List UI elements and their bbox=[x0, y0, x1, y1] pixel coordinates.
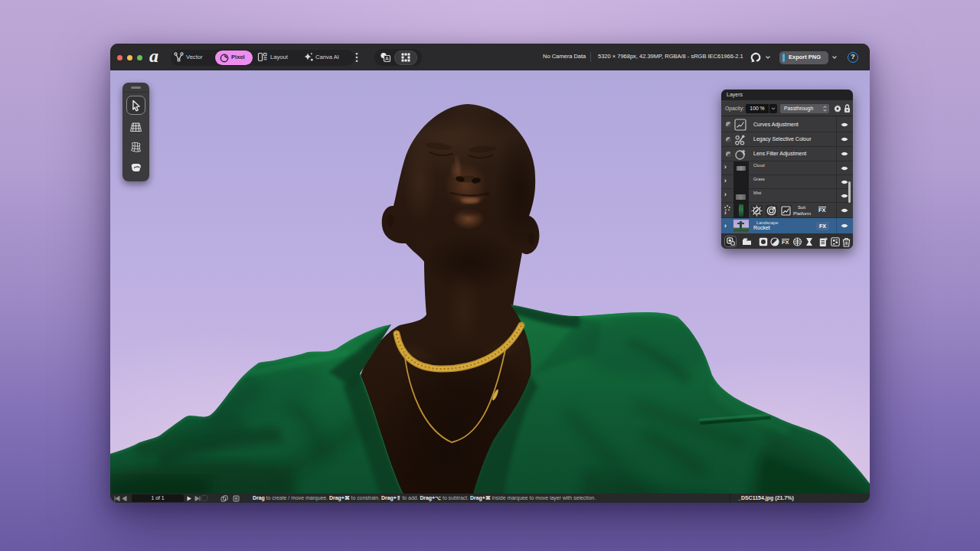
svg-text:A: A bbox=[385, 56, 389, 61]
